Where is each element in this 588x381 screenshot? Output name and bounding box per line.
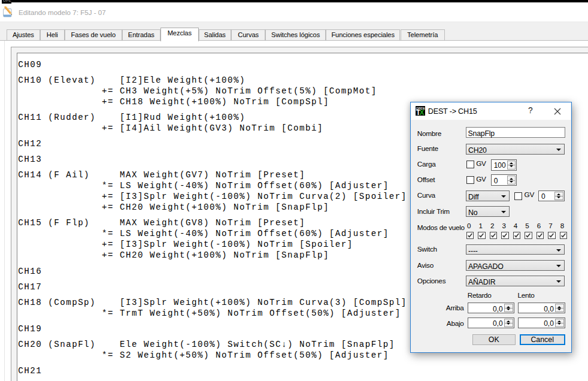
svg-text:X: X — [419, 108, 424, 116]
